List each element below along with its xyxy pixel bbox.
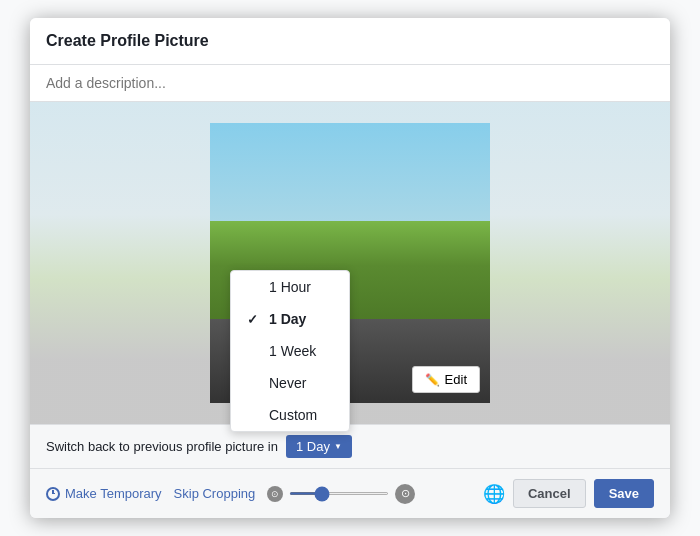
dropdown-label-1day: 1 Day <box>269 311 306 327</box>
dropdown-label-1hour: 1 Hour <box>269 279 311 295</box>
edit-button[interactable]: ✏️ Edit <box>412 366 480 393</box>
cancel-label: Cancel <box>528 486 571 501</box>
create-profile-picture-modal: Create Profile Picture ✏️ Edit Swit <box>30 18 670 518</box>
day-dropdown-button[interactable]: 1 Day <box>286 435 352 458</box>
save-button[interactable]: Save <box>594 479 654 508</box>
footer-right: 🌐 Cancel Save <box>483 479 654 508</box>
dropdown-label-1week: 1 Week <box>269 343 316 359</box>
make-temporary-button[interactable]: Make Temporary <box>46 486 162 501</box>
modal-header: Create Profile Picture <box>30 18 670 65</box>
footer-left: Make Temporary Skip Cropping ⊙ ⊙ <box>46 484 415 504</box>
cancel-button[interactable]: Cancel <box>513 479 586 508</box>
dropdown-label-never: Never <box>269 375 306 391</box>
save-label: Save <box>609 486 639 501</box>
dropdown-item-1day[interactable]: ✓ 1 Day <box>231 303 349 335</box>
zoom-in-icon: ⊙ <box>395 484 415 504</box>
day-dropdown-menu: 1 Hour ✓ 1 Day 1 Week Never Custom <box>230 270 350 432</box>
skip-cropping-label: Skip Cropping <box>174 486 256 501</box>
make-temporary-label: Make Temporary <box>65 486 162 501</box>
footer-switch-row: Switch back to previous profile picture … <box>30 425 670 469</box>
clock-icon <box>46 487 60 501</box>
dropdown-item-1week[interactable]: 1 Week <box>231 335 349 367</box>
globe-icon: 🌐 <box>483 483 505 505</box>
dropdown-item-custom[interactable]: Custom <box>231 399 349 431</box>
photo-sky <box>210 123 490 235</box>
modal-body: ✏️ Edit <box>30 102 670 424</box>
dropdown-label-custom: Custom <box>269 407 317 423</box>
dropdown-item-1hour[interactable]: 1 Hour <box>231 271 349 303</box>
modal-footer: Switch back to previous profile picture … <box>30 424 670 518</box>
description-input[interactable] <box>46 75 654 91</box>
day-dropdown-value: 1 Day <box>296 439 330 454</box>
zoom-slider[interactable] <box>289 492 389 495</box>
zoom-out-icon: ⊙ <box>267 486 283 502</box>
skip-cropping-button[interactable]: Skip Cropping <box>174 486 256 501</box>
switch-label: Switch back to previous profile picture … <box>46 439 278 454</box>
modal-title: Create Profile Picture <box>46 32 209 49</box>
edit-button-label: Edit <box>445 372 467 387</box>
footer-actions: Make Temporary Skip Cropping ⊙ ⊙ 🌐 <box>30 469 670 518</box>
zoom-slider-area: ⊙ ⊙ <box>267 484 415 504</box>
checkmark-1day: ✓ <box>247 312 261 327</box>
modal-description-area <box>30 65 670 102</box>
dropdown-item-never[interactable]: Never <box>231 367 349 399</box>
pencil-icon: ✏️ <box>425 373 440 387</box>
